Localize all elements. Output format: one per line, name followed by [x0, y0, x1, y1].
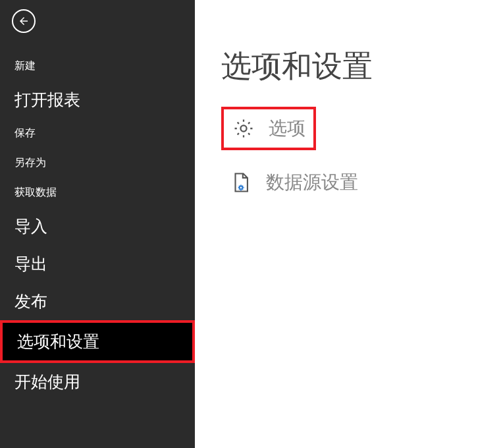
sidebar-item-save-as[interactable]: 另存为: [0, 148, 195, 178]
sidebar-item-import[interactable]: 导入: [0, 208, 195, 245]
option-label: 数据源设置: [266, 170, 358, 195]
option-container: 数据源设置: [221, 163, 475, 202]
sidebar: 新建 打开报表 保存 另存为 获取数据 导入 导出 发布 选项和设置 开始使用: [0, 0, 195, 448]
sidebar-item-open-report[interactable]: 打开报表: [0, 81, 195, 119]
option-label: 选项: [269, 116, 305, 141]
page-title: 选项和设置: [221, 46, 475, 87]
main-content: 选项和设置 选项: [195, 0, 501, 448]
gear-icon: [232, 117, 255, 140]
option-row-options[interactable]: 选项: [224, 109, 313, 148]
sidebar-highlight: 选项和设置: [0, 320, 195, 363]
arrow-left-icon: [18, 15, 30, 27]
svg-point-0: [240, 125, 246, 131]
sidebar-item-export[interactable]: 导出: [0, 245, 195, 283]
option-highlight: 选项: [221, 107, 316, 150]
sidebar-item-getting-started[interactable]: 开始使用: [0, 363, 195, 401]
sidebar-item-save[interactable]: 保存: [0, 119, 195, 148]
sidebar-item-options-settings[interactable]: 选项和设置: [3, 323, 192, 360]
option-row-datasource[interactable]: 数据源设置: [221, 163, 475, 202]
sidebar-item-new[interactable]: 新建: [0, 51, 195, 81]
svg-point-1: [240, 186, 243, 190]
option-container: 选项: [221, 107, 475, 150]
datasource-icon: [229, 171, 253, 194]
sidebar-item-get-data[interactable]: 获取数据: [0, 178, 195, 208]
back-button[interactable]: [12, 9, 36, 33]
sidebar-item-publish[interactable]: 发布: [0, 283, 195, 320]
